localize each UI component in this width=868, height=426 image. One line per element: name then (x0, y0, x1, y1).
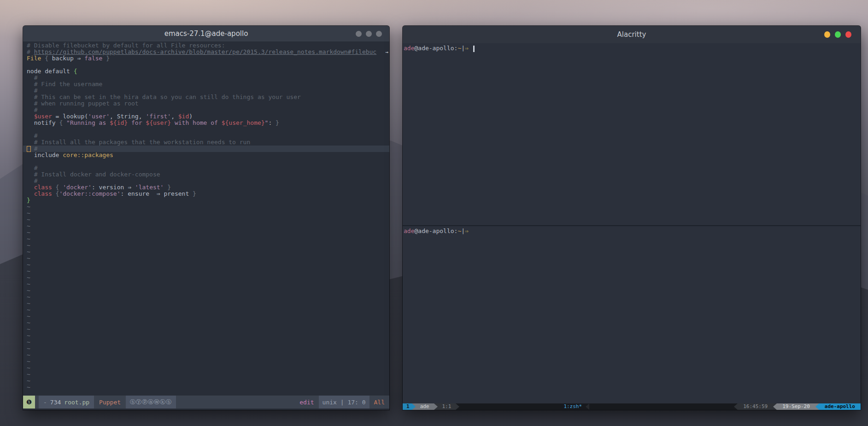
emacs-code-area[interactable]: → # Disable filebucket by default for al… (23, 41, 389, 395)
fringe-empty-line: ~ (23, 204, 389, 210)
close-button[interactable] (845, 31, 851, 38)
fringe-empty-line: ~ (23, 268, 389, 274)
code-line: # https://github.com/puppetlabs/docs-arc… (23, 49, 389, 55)
powerline-separator-icon (456, 403, 459, 410)
code-token: $id (178, 113, 189, 120)
fringe-empty-line: ~ (23, 249, 389, 255)
powerline-separator-icon (586, 403, 589, 410)
code-token: } (164, 184, 171, 191)
code-token: } (193, 191, 196, 197)
modeline-minor-modes[interactable]: ⓢⓨⓟⓐⓦⓚⓢ (126, 396, 176, 408)
alacritty-window: Alacritty ade@ade-apollo:~|⇒ ade@ade-apo… (403, 26, 861, 410)
fringe-empty-line: ~ (23, 287, 389, 294)
prompt-token: ade (404, 45, 414, 52)
emacs-window-button-3[interactable] (376, 31, 382, 37)
fringe-empty-line: ~ (23, 294, 389, 300)
alacritty-titlebar[interactable]: Alacritty (403, 26, 861, 43)
prompt-token: ade-apollo (418, 228, 454, 234)
tmux-window-label[interactable]: 1:zsh* (560, 403, 586, 410)
code-token: 'docker' (63, 184, 92, 191)
code-line (23, 126, 389, 133)
prompt-token: ⇒ (465, 228, 469, 234)
terminal-cursor (473, 46, 475, 52)
code-token: { (52, 191, 59, 197)
emacs-window-button-1[interactable] (356, 31, 362, 37)
terminal-pane[interactable]: ade@ade-apollo:~|⇒ (403, 43, 861, 225)
code-token: File (27, 55, 41, 62)
code-line: # Disable filebucket by default for all … (23, 42, 389, 49)
modeline-line-number: 734 (50, 399, 61, 406)
code-token: # (27, 49, 34, 55)
tmux-pane-id: 1:1 (438, 403, 456, 410)
tmux-session-index: 1 (403, 403, 412, 410)
tilde-marker: ~ (27, 333, 30, 339)
code-token: ${user} (146, 120, 171, 126)
code-token: { (52, 184, 63, 191)
terminal-area: ade@ade-apollo:~|⇒ ade@ade-apollo:~|⇒ 1 … (403, 43, 861, 410)
code-token: } (276, 120, 279, 126)
tilde-marker: ~ (27, 255, 30, 262)
tmux-session-name: ade (416, 403, 434, 410)
emacs-modeline[interactable]: ❶ -734root.pp Puppet ⓢⓨⓟⓐⓦⓚⓢ edit unix |… (23, 395, 389, 408)
code-line: # (23, 178, 389, 184)
tilde-marker: ~ (27, 242, 30, 249)
modeline-buffer-name: root.pp (64, 399, 89, 406)
modeline-scroll-indicator: All (374, 399, 385, 406)
fringe-empty-line: ~ (23, 216, 389, 223)
code-token: 'first' (146, 113, 171, 120)
code-line: # This can be set in the hira data so yo… (23, 94, 389, 100)
shell-prompt: ade@ade-apollo:~|⇒ (403, 43, 861, 52)
tmux-date: 19-Sep-20 (777, 403, 815, 410)
modeline-major-mode[interactable]: Puppet (99, 399, 121, 406)
powerline-separator-icon (734, 403, 738, 410)
terminal-pane[interactable]: ade@ade-apollo:~|⇒ (403, 226, 861, 403)
code-line: # (23, 133, 389, 139)
fringe-empty-line: ~ (23, 365, 389, 371)
code-token: class (27, 191, 52, 197)
code-token: # Find the username (27, 81, 102, 88)
emacs-titlebar[interactable]: emacs-27.1@ade-apollo (23, 26, 389, 41)
code-line: notify { "Running as ${id} for ${user} w… (23, 120, 389, 126)
tilde-marker: ~ (27, 358, 30, 365)
tilde-marker: ~ (27, 371, 30, 378)
fringe-empty-line: ~ (23, 320, 389, 326)
code-line: $user = lookup('user', String, 'first', … (23, 113, 389, 120)
code-token: # (27, 165, 37, 171)
code-token: } (102, 55, 110, 62)
code-token: # (27, 178, 37, 184)
desktop-wallpaper: emacs-27.1@ade-apollo → # Disable filebu… (0, 0, 868, 426)
prompt-token: ⇒ (465, 45, 469, 52)
tilde-marker: ~ (27, 378, 30, 384)
tmux-bar-gap (459, 403, 560, 410)
code-line: File { backup ⇒ false } (23, 55, 389, 62)
fringe-empty-line: ~ (23, 307, 389, 313)
tilde-marker: ~ (27, 339, 30, 345)
tilde-marker: ~ (27, 268, 30, 274)
shell-prompt: ade@ade-apollo:~|⇒ (403, 226, 861, 235)
tilde-marker: ~ (27, 384, 30, 391)
tilde-marker: ~ (27, 216, 30, 223)
emacs-window-button-2[interactable] (366, 31, 372, 37)
emacs-window-controls (356, 26, 382, 41)
code-token: # (27, 107, 37, 113)
fringe-empty-line: ~ (23, 210, 389, 216)
alacritty-window-title: Alacritty (617, 30, 646, 39)
emacs-window-title: emacs-27.1@ade-apollo (164, 29, 248, 38)
minimize-button[interactable] (824, 31, 830, 38)
tilde-marker: ~ (27, 229, 30, 236)
emacs-echo-area[interactable] (23, 408, 389, 410)
fringe-empty-line: ~ (23, 313, 389, 320)
tilde-marker: ~ (27, 274, 30, 281)
maximize-button[interactable] (835, 31, 841, 38)
code-token: backup ⇒ (52, 55, 84, 62)
code-token: 'latest' (135, 184, 164, 191)
fringe-empty-line: ~ (23, 358, 389, 365)
prompt-token: ade (404, 228, 414, 234)
code-token: : version ⇒ (92, 184, 135, 191)
fringe-empty-line: ~ (23, 229, 389, 236)
code-token: node default (27, 68, 74, 75)
tilde-marker: ~ (27, 281, 30, 287)
code-token: include (27, 152, 63, 158)
code-token: { (41, 55, 52, 62)
fringe-empty-line: ~ (23, 371, 389, 378)
